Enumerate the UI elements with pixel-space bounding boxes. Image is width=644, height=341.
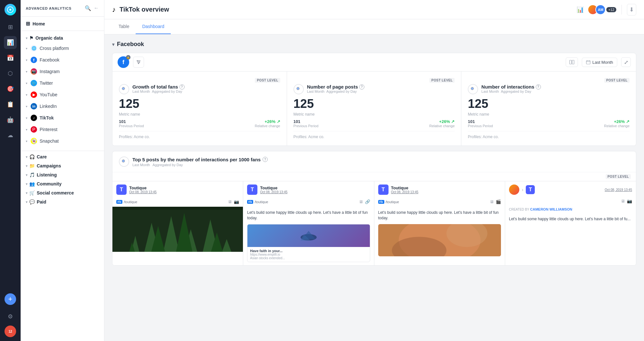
top-posts-help-icon[interactable]: ? [263,157,268,162]
chevron-icon: ▾ [26,36,27,40]
back-icon[interactable]: ← [94,5,99,11]
help-icon-2[interactable]: ? [536,84,541,90]
nav-icon-bot[interactable]: 🤖 [4,113,17,126]
fb-badge-0: Fb [116,200,122,204]
metric-value-1: 125 [293,97,455,111]
metric-card-header-2: Number of interactions ? Last Month Aggr… [468,84,630,94]
top-posts-period: Last Month [132,163,150,167]
camera-icon-0: 📷 [234,199,239,204]
campaigns-icon: 📁 [29,163,35,168]
nav-icon-grid[interactable]: ⊞ [4,21,17,33]
icon-bar: ⊞ 📊 📅 ⬡ 🎯 📋 🤖 ☁ + ⚙ 12 [0,0,21,341]
nav-icon-cloud[interactable]: ☁ [4,129,17,142]
sidebar-item-youtube[interactable]: ▾ ▶ YouTube [21,89,104,100]
svg-point-1 [9,9,11,11]
sidebar-item-facebook[interactable]: ▾ f Facebook [21,54,104,66]
sidebar-item-snapchat[interactable]: ▾ 👻 Snapchat [21,135,104,147]
nav-icon-post[interactable]: 📋 [4,98,17,111]
post-image-0 [112,207,243,252]
video-icon-2: 🎬 [496,199,501,204]
metric-value-2: 125 [468,97,630,111]
camera-icon-3: 📷 [627,199,632,204]
tab-table[interactable]: Table [112,19,136,34]
date-filter-btn[interactable]: Last Month [582,58,617,67]
search-icon[interactable]: 🔍 [85,5,91,11]
post-name-1: Toutique [260,185,287,190]
date-3: Oct 08, 2019 13:45 [605,188,632,192]
sidebar-group-listening[interactable]: ▾ 🎵 Listening [21,170,104,179]
sidebar-group-campaigns[interactable]: ▾ 📁 Campaigns [21,161,104,170]
nav-icon-chart[interactable]: 📊 [4,36,17,49]
care-label: Care [37,154,47,159]
community-label: Community [37,181,62,186]
instagram-icon: 📷 [31,68,37,75]
expand-btn[interactable]: ⤢ [621,57,631,67]
campaigns-label: Campaigns [37,163,61,168]
fb-badge-1: Fb [247,200,253,204]
sidebar-item-linkedin[interactable]: ▾ in LinkedIn [21,100,104,112]
post-icons-0: 🖥 📷 [228,199,239,204]
social-commerce-icon: 🛒 [29,190,35,195]
post-card-header-2: T Toutique Oct 08, 2019 13:45 [374,181,505,198]
metric-profiles-0: Profiles: Acme co. [119,131,280,139]
metric-card-0: POST LEVEL Growth of total fans ? [112,71,287,146]
tab-dashboard[interactable]: Dashboard [136,19,171,34]
top-posts-aggregation: Aggregated by Day [152,163,183,167]
sidebar-group-paid[interactable]: ▾ 💬 Paid [21,197,104,206]
download-icon[interactable]: ⬇ [627,4,636,15]
sidebar-group-community[interactable]: ▾ 👥 Community [21,179,104,188]
post-link-preview-text-1: Have faith in your... https://www.emplif… [247,247,370,262]
user-avatar-icon[interactable]: 12 [5,326,16,337]
metric-profiles-2: Profiles: Acme co. [468,131,630,139]
post-date-0: Oct 08, 2019 13:45 [129,190,157,194]
tiktok-label: TikTok [40,115,54,120]
facebook-label: Facebook [40,57,59,62]
sidebar-item-tiktok[interactable]: ▾ ♪ TikTok [21,112,104,124]
instagram-label: Instagram [40,69,60,74]
facebook-profile-btn[interactable]: f 🔒 [118,56,129,68]
nav-icon-network[interactable]: ⬡ [4,67,17,80]
sidebar-item-twitter[interactable]: ▾ 🐦 Twitter [21,77,104,89]
post-text-3: Let's build some happy little clouds up … [505,213,636,225]
sidebar-icons: 🔍 ← [85,5,99,11]
add-button[interactable]: + [5,293,16,305]
metric-card-2: POST LEVEL Number of interactions ? [461,71,636,146]
settings-icon[interactable]: ⚙ [4,310,17,323]
nav-icon-calendar[interactable]: 📅 [4,52,17,64]
youtube-label: YouTube [40,92,57,97]
pinterest-label: Pinterest [40,127,57,132]
metric-change-0: +26% ↗ Relative change [255,119,280,128]
linkedin-icon: in [31,103,37,109]
post-level-badge-2: POST LEVEL [604,78,630,83]
sidebar-group-care[interactable]: ▾ 🎧 Care [21,152,104,161]
tabs: Table Dashboard [104,19,644,34]
help-icon-1[interactable]: ? [359,84,364,90]
metric-value-0: 125 [119,97,280,111]
metric-title-block-2: Number of interactions ? Last Month Aggr… [481,84,541,93]
post-level-badge-0: POST LEVEL [255,78,280,83]
sidebar-group-social-commerce[interactable]: ▾ 🛒 Social commerce [21,188,104,197]
top-bar: ♪ TikTok overview 📊 AM +12 ⬇ [104,0,644,19]
sidebar-item-pinterest[interactable]: ▾ P Pinterest [21,124,104,135]
posts-grid: T Toutique Oct 08, 2019 13:45 Fb /toutiq… [112,181,636,265]
sidebar-home[interactable]: ⊞ Home [21,17,104,31]
chart-icon[interactable]: 📊 [577,6,584,13]
split-view-btn[interactable] [566,57,578,67]
sidebar-item-cross-platform[interactable]: ▾ 🌐 Cross platform [21,43,104,54]
community-icon: 👥 [29,181,35,186]
creator-name-3: CAMERON WILLIAMSON [530,207,572,211]
filter-btn[interactable] [133,57,144,68]
organic-label: Organic data [35,35,63,41]
app-logo[interactable] [5,4,16,15]
svg-point-7 [138,63,139,64]
sidebar-item-instagram[interactable]: ▾ 📷 Instagram [21,66,104,77]
nav-icon-target[interactable]: 🎯 [4,82,17,95]
metric-icon-0 [119,84,129,94]
sidebar-group-organic[interactable]: ▾ ⚑ Organic data [21,33,104,43]
metric-period-0: Last Month [132,90,150,93]
help-icon-0[interactable]: ? [179,84,185,90]
home-grid-icon: ⊞ [26,21,30,27]
post-date-1: Oct 08, 2019 13:45 [260,190,287,194]
svg-rect-10 [586,61,590,64]
post-name-0: Toutique [129,185,157,190]
